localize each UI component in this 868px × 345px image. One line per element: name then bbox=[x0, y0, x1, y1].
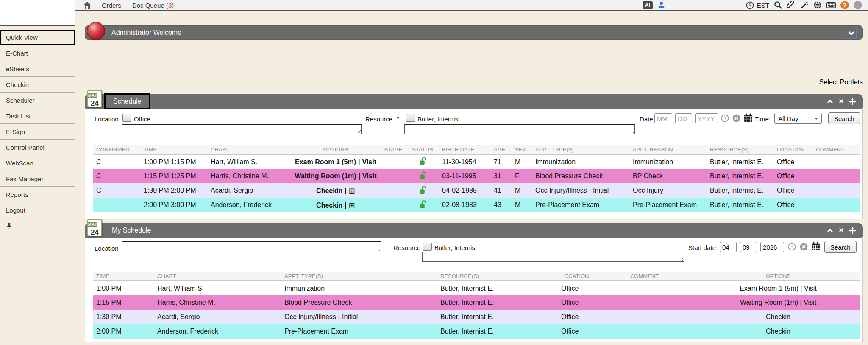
my-schedule-portlet: MAY 24 My Schedule ✕ Location Resource — bbox=[85, 223, 863, 342]
cell-age: 41 bbox=[490, 183, 512, 198]
col-time: TIME bbox=[140, 145, 207, 154]
cell-options[interactable]: Checkin bbox=[696, 310, 860, 324]
start-date-day-input[interactable] bbox=[740, 242, 757, 252]
table-row[interactable]: 2:00 PM Anderson, Frederick Pre-Placemen… bbox=[93, 324, 860, 339]
move-portlet-icon[interactable] bbox=[849, 98, 856, 105]
clear-date-icon[interactable] bbox=[800, 243, 808, 251]
sidebar-item-checkin[interactable]: Checkin bbox=[0, 77, 75, 93]
cell-chart[interactable]: Anderson, Frederick bbox=[154, 324, 281, 339]
calendar-day: 24 bbox=[88, 98, 101, 107]
table-row[interactable]: C 1:00 PM 1:15 PM Hart, William S. Exam … bbox=[93, 154, 860, 169]
time-select[interactable]: All Day bbox=[774, 113, 822, 124]
cell-resources: Butler, Internist E. bbox=[437, 310, 558, 324]
start-date-month-input[interactable] bbox=[720, 242, 737, 252]
select-portlets-link[interactable]: Select Portlets bbox=[819, 79, 863, 86]
cell-chart[interactable]: Acardi, Sergio bbox=[207, 183, 291, 198]
cell-chart[interactable]: Harris, Christine M. bbox=[207, 169, 291, 183]
calendar-picker-icon[interactable] bbox=[744, 113, 753, 122]
welcome-collapse-button[interactable] bbox=[846, 28, 857, 39]
globe-icon[interactable] bbox=[813, 1, 822, 9]
cell-appt-types: Occ Injury/Illness - Initial bbox=[281, 310, 437, 324]
cell-chart[interactable]: Acardi, Sergio bbox=[154, 310, 281, 324]
schedule-search-button[interactable]: Search bbox=[828, 112, 860, 124]
cell-comment bbox=[812, 169, 860, 183]
location-input[interactable] bbox=[122, 124, 362, 134]
cell-options[interactable]: Checkin bbox=[696, 324, 860, 339]
sidebar-item-fax-manager[interactable]: Fax Manager bbox=[0, 171, 75, 187]
resource-input[interactable] bbox=[404, 124, 635, 134]
option-visit-link[interactable]: Visit bbox=[362, 158, 377, 165]
nav-orders[interactable]: Orders bbox=[102, 2, 121, 9]
unlocked-icon[interactable] bbox=[419, 186, 426, 194]
sidebar-item-logout[interactable]: Logout bbox=[0, 202, 75, 218]
unlocked-icon[interactable] bbox=[419, 157, 426, 165]
option-room-link[interactable]: Exam Room 1 (5m) bbox=[295, 158, 356, 165]
resource-collapse-button[interactable]: — bbox=[406, 114, 415, 122]
help-icon[interactable]: ? bbox=[840, 1, 849, 9]
time-picker-icon[interactable] bbox=[788, 243, 796, 251]
cell-options: Checkin|⊞ bbox=[291, 198, 380, 212]
move-portlet-icon[interactable] bbox=[849, 227, 856, 234]
sidebar-pin-toggle[interactable] bbox=[0, 218, 75, 234]
close-portlet-icon[interactable]: ✕ bbox=[838, 98, 844, 105]
cell-comment bbox=[812, 198, 860, 212]
link-icon[interactable] bbox=[787, 1, 796, 9]
expand-plus-icon[interactable]: ⊞ bbox=[349, 187, 355, 195]
table-row[interactable]: 1:30 PM Acardi, Sergio Occ Injury/Illnes… bbox=[93, 310, 860, 324]
home-icon[interactable] bbox=[83, 1, 92, 9]
resource-collapse-button[interactable]: — bbox=[423, 243, 432, 251]
date-year-input[interactable] bbox=[695, 113, 718, 123]
calendar-day: 24 bbox=[88, 227, 101, 236]
location-input[interactable] bbox=[122, 241, 381, 252]
user-icon[interactable] bbox=[657, 1, 665, 9]
search-icon[interactable] bbox=[774, 1, 782, 9]
sidebar-item-quick-view[interactable]: Quick View bbox=[0, 30, 75, 45]
table-row[interactable]: C 1:30 PM 2:00 PM Acardi, Sergio Checkin… bbox=[93, 183, 860, 198]
table-row[interactable]: 1:00 PM Hart, William S. Immunization Bu… bbox=[93, 281, 860, 295]
sidebar-item-scheduler[interactable]: Scheduler bbox=[0, 93, 75, 108]
sidebar-item-esheets[interactable]: eSheets bbox=[0, 61, 75, 77]
option-checkin-link[interactable]: Checkin bbox=[316, 202, 342, 209]
cell-chart[interactable]: Harris, Christine M. bbox=[154, 295, 281, 310]
date-month-input[interactable] bbox=[654, 113, 672, 123]
keyboard-icon[interactable] bbox=[826, 2, 836, 8]
sidebar-item-task-list[interactable]: Task List bbox=[0, 108, 75, 124]
table-row[interactable]: 1:15 PM Harris, Christine M. Blood Press… bbox=[93, 295, 860, 310]
clear-date-icon[interactable] bbox=[732, 114, 740, 122]
date-day-input[interactable] bbox=[675, 113, 692, 123]
option-room-link[interactable]: Waiting Room (1m) bbox=[295, 172, 356, 180]
table-row[interactable]: C 1:15 PM 1:25 PM Harris, Christine M. W… bbox=[93, 169, 860, 183]
unlocked-icon[interactable] bbox=[419, 171, 426, 180]
location-collapse-button[interactable]: — bbox=[122, 114, 131, 122]
welcome-banner: Administrator Welcome bbox=[85, 25, 863, 40]
collapse-portlet-icon[interactable] bbox=[827, 99, 833, 104]
wand-icon[interactable] bbox=[800, 1, 809, 9]
option-checkin-link[interactable]: Checkin bbox=[316, 187, 342, 194]
sidebar-item-webscan[interactable]: WebScan bbox=[0, 155, 75, 171]
nav-doc-queue[interactable]: Doc Queue (3) bbox=[132, 2, 174, 9]
close-portlet-icon[interactable]: ✕ bbox=[838, 227, 844, 234]
expand-plus-icon[interactable]: ⊞ bbox=[349, 201, 355, 210]
ai-badge[interactable]: AI bbox=[643, 1, 653, 9]
cell-chart[interactable]: Anderson, Frederick bbox=[207, 198, 291, 212]
sidebar-item-reports[interactable]: Reports bbox=[0, 187, 75, 202]
collapse-portlet-icon[interactable] bbox=[827, 228, 833, 233]
table-row[interactable]: 2:00 PM 3:00 PM Anderson, Frederick Chec… bbox=[93, 198, 860, 212]
cell-time: 2:00 PM bbox=[93, 324, 154, 339]
start-date-year-input[interactable] bbox=[760, 242, 784, 252]
time-picker-icon[interactable] bbox=[721, 114, 729, 122]
cell-chart[interactable]: Hart, William S. bbox=[154, 281, 281, 295]
sidebar-item-control-panel[interactable]: Control Panel bbox=[0, 140, 75, 155]
unlocked-icon[interactable] bbox=[419, 200, 426, 208]
resource-input[interactable] bbox=[422, 252, 684, 262]
cell-chart[interactable]: Hart, William S. bbox=[207, 154, 291, 169]
cell-options[interactable]: Exam Room 1 (5m) | Visit bbox=[696, 281, 860, 295]
my-schedule-search-button[interactable]: Search bbox=[824, 241, 857, 253]
sidebar-item-e-sign[interactable]: E-Sign bbox=[0, 124, 75, 140]
clock-icon[interactable] bbox=[746, 1, 754, 9]
cell-status bbox=[406, 183, 439, 198]
cell-options[interactable]: Waiting Room (1m) | Visit bbox=[696, 295, 860, 310]
sidebar-item-e-chart[interactable]: E-Chart bbox=[0, 45, 75, 61]
calendar-picker-icon[interactable] bbox=[811, 242, 820, 251]
option-visit-link[interactable]: Visit bbox=[362, 172, 377, 180]
